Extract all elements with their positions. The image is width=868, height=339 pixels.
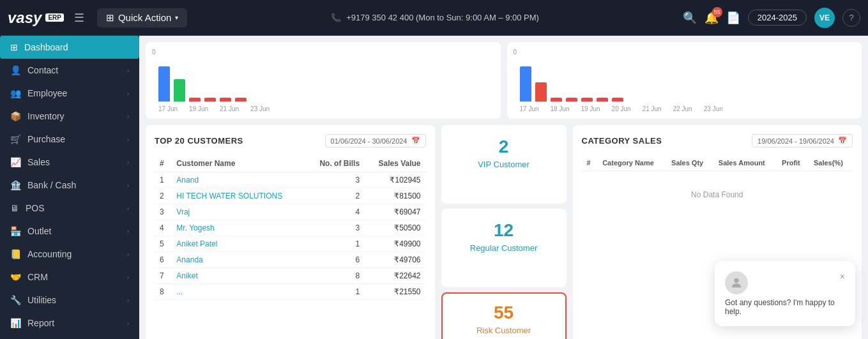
row-value: ₹50500 <box>365 220 425 236</box>
chevron-right-icon: › <box>127 297 129 304</box>
cat-col-hash: # <box>582 155 598 171</box>
sidebar-item-label: Employee <box>27 88 67 98</box>
notification-button[interactable]: 🔔 55 <box>704 11 719 25</box>
chart-label: 23 Jun <box>704 105 723 112</box>
header: vasy ERP ☰ ⊞ Quick Action ▾ 📞 +9179 350 … <box>0 0 868 36</box>
cat-col-percent: Sales(%) <box>809 155 853 171</box>
sidebar-item-left: 📊 Report <box>10 318 54 328</box>
chart1-bars <box>152 57 494 102</box>
sidebar-item-accounting[interactable]: 📒 Accounting › <box>0 243 139 266</box>
sidebar-item-left: 👤 Contact <box>10 65 58 75</box>
sidebar-item-sales[interactable]: 📈 Sales › <box>0 151 139 174</box>
chart-label: 23 Jun <box>250 105 270 112</box>
avatar[interactable]: VE <box>814 8 835 28</box>
bar <box>551 98 562 102</box>
help-button[interactable]: ? <box>842 9 860 27</box>
year-selector[interactable]: 2024-2025 <box>748 10 807 26</box>
sidebar-item-left: 👥 Employee <box>10 88 67 98</box>
row-customer-name[interactable]: Vraj <box>171 204 306 220</box>
chart-label: 21 Jun <box>220 105 239 112</box>
col-value: Sales Value <box>365 155 425 172</box>
sidebar-item-label: Accounting <box>27 249 72 259</box>
stats-panel: 2 VIP Customer 12 Regular Customer 55 Ri… <box>441 125 567 339</box>
quick-action-button[interactable]: ⊞ Quick Action ▾ <box>97 8 187 27</box>
sidebar-item-left: 🖥 POS <box>10 203 45 213</box>
search-button[interactable]: 🔍 <box>683 11 697 25</box>
sidebar-icon: 📈 <box>10 157 21 167</box>
row-num: 7 <box>155 268 171 284</box>
chat-widget: × Got any questions? I'm happy to help. <box>715 261 855 326</box>
row-value: ₹81500 <box>365 188 425 204</box>
row-num: 1 <box>155 172 171 188</box>
chart-label: 20 Jun <box>612 105 631 112</box>
sidebar-item-label: Bank / Cash <box>27 180 76 190</box>
table-row: 2 HI TECH WATER SOLUTIONS 2 ₹81500 <box>155 188 426 204</box>
col-name: Customer Name <box>171 155 306 172</box>
chevron-right-icon: › <box>127 228 129 235</box>
chat-close-button[interactable]: × <box>840 271 845 282</box>
calendar-icon: 📅 <box>411 137 420 145</box>
sidebar-item-label: Purchase <box>27 134 65 144</box>
row-bills: 3 <box>307 220 365 236</box>
row-customer-name[interactable]: Aniket <box>171 268 306 284</box>
sidebar-item-employee[interactable]: 👥 Employee › <box>0 82 139 105</box>
vip-stat-card[interactable]: 2 VIP Customer <box>441 125 567 204</box>
sidebar-item-contact[interactable]: 👤 Contact › <box>0 59 139 82</box>
table-row: 7 Aniket 8 ₹22642 <box>155 268 426 284</box>
sidebar-item-inventory[interactable]: 📦 Inventory › <box>0 105 139 128</box>
cat-col-qty: Sales Qty <box>666 155 713 171</box>
table-row: 3 Vraj 4 ₹69047 <box>155 204 426 220</box>
sidebar-icon: ⊞ <box>10 42 18 52</box>
category-date-range[interactable]: 19/06/2024 - 19/06/2024 📅 <box>752 134 853 147</box>
row-customer-name[interactable]: Anand <box>171 172 306 188</box>
cat-col-profit: Profit <box>777 155 809 171</box>
sidebar-item-outlet[interactable]: 🏪 Outlet › <box>0 220 139 243</box>
logo-erp: ERP <box>45 13 64 22</box>
chart1-zero: 0 <box>152 49 494 56</box>
row-bills: 6 <box>307 252 365 268</box>
vip-label: VIP Customer <box>448 160 560 169</box>
sidebar-item-label: Sales <box>27 157 50 167</box>
category-table: # Category Name Sales Qty Sales Amount P… <box>582 155 853 171</box>
row-customer-name[interactable]: Mr. Yogesh <box>171 220 306 236</box>
chart-label: 21 Jun <box>643 105 662 112</box>
calendar-icon: 📅 <box>838 137 847 145</box>
col-bills: No. of Bills <box>307 155 365 172</box>
table-row: 5 Aniket Patel 1 ₹49900 <box>155 236 426 252</box>
bar <box>520 66 531 102</box>
sidebar-item-settings[interactable]: ⚙ Settings › <box>0 335 139 339</box>
phone-text: +9179 350 42 400 (Mon to Sun: 9:00 AM – … <box>346 13 539 22</box>
sidebar-icon: 🏦 <box>10 180 21 190</box>
row-customer-name[interactable]: ... <box>171 284 306 300</box>
chat-text: Got any questions? I'm happy to help. <box>725 298 845 316</box>
chart-label: 17 Jun <box>520 105 539 112</box>
sidebar-icon: 🛒 <box>10 134 21 144</box>
row-num: 4 <box>155 220 171 236</box>
sidebar-icon: 📒 <box>10 249 21 259</box>
risk-label: Risk Customer <box>449 326 559 335</box>
chart-2: 0 17 Jun 18 Jun <box>514 49 856 112</box>
sidebar-icon: 📦 <box>10 111 21 121</box>
row-customer-name[interactable]: Ananda <box>171 252 306 268</box>
bar <box>581 98 593 102</box>
row-value: ₹49900 <box>365 236 425 252</box>
regular-stat-card[interactable]: 12 Regular Customer <box>441 209 567 287</box>
row-customer-name[interactable]: HI TECH WATER SOLUTIONS <box>171 188 306 204</box>
sidebar-item-crm[interactable]: 🤝 CRM › <box>0 266 139 289</box>
bar <box>158 66 170 102</box>
sidebar-item-purchase[interactable]: 🛒 Purchase › <box>0 128 139 151</box>
row-customer-name[interactable]: Aniket Patel <box>171 236 306 252</box>
hamburger-icon[interactable]: ☰ <box>74 11 84 25</box>
customers-date-range[interactable]: 01/06/2024 - 30/06/2024 📅 <box>325 134 426 147</box>
sidebar-item-bank-cash[interactable]: 🏦 Bank / Cash › <box>0 174 139 197</box>
bar <box>204 98 216 102</box>
sidebar-item-utilities[interactable]: 🔧 Utilities › <box>0 289 139 312</box>
document-button[interactable]: 📄 <box>726 11 740 25</box>
sidebar-item-report[interactable]: 📊 Report › <box>0 312 139 335</box>
sidebar-item-pos[interactable]: 🖥 POS › <box>0 197 139 220</box>
sidebar-icon: 🏪 <box>10 226 21 236</box>
sidebar-item-dashboard[interactable]: ⊞ Dashboard <box>0 36 139 59</box>
sidebar-item-left: 🏪 Outlet <box>10 226 51 236</box>
customers-card: TOP 20 CUSTOMERS 01/06/2024 - 30/06/2024… <box>146 125 435 339</box>
risk-lost-stat-card[interactable]: 55 Risk Customer 1636 Lost Customer <box>441 292 567 339</box>
